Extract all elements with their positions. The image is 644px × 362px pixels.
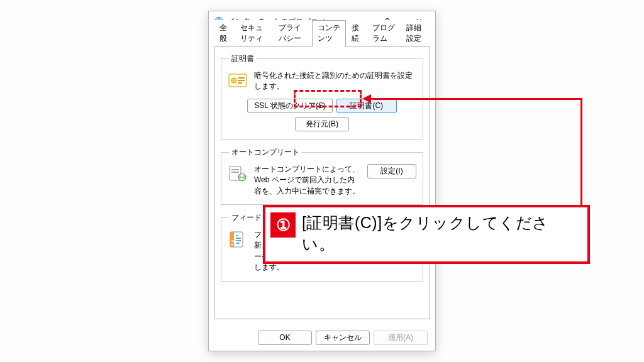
autocomplete-group: オートコンプリート オートコンプリートによって、Web ページで前回入力した内容… xyxy=(221,147,423,205)
dialog-footer: OK キャンセル 適用(A) xyxy=(209,324,435,351)
autocomplete-settings-button[interactable]: 設定(I) xyxy=(367,164,416,178)
tab-content[interactable]: コンテンツ xyxy=(312,20,346,47)
tabstrip: 全般 セキュリティ プライバシー コンテンツ 接続 プログラム 詳細設定 xyxy=(209,31,435,47)
publishers-button[interactable]: 発行元(B) xyxy=(295,117,349,131)
certificates-desc: 暗号化された接続と識別のための証明書を設定します。 xyxy=(254,70,416,92)
arrow-head-icon xyxy=(362,94,371,103)
instruction-text: [証明書(C)]をクリックしてください。 xyxy=(302,212,579,255)
certificate-icon xyxy=(228,70,248,90)
feeds-legend: フィード xyxy=(229,212,264,223)
tab-programs[interactable]: プログラム xyxy=(367,20,401,47)
svg-point-13 xyxy=(231,243,233,245)
arrow-line-horizontal xyxy=(371,98,582,100)
ok-button[interactable]: OK xyxy=(258,331,312,345)
svg-rect-4 xyxy=(238,80,245,81)
internet-properties-dialog: インターネットのプロパティ ? ✕ 全般 セキュリティ プライバシー コンテンツ… xyxy=(208,11,436,351)
autocomplete-legend: オートコンプリート xyxy=(229,147,302,158)
svg-rect-8 xyxy=(231,172,239,173)
tab-privacy[interactable]: プライバシー xyxy=(273,20,312,47)
cancel-button[interactable]: キャンセル xyxy=(316,331,370,345)
tab-connections[interactable]: 接続 xyxy=(346,20,367,47)
svg-rect-5 xyxy=(238,82,242,84)
tab-security[interactable]: セキュリティ xyxy=(235,20,274,47)
tab-advanced[interactable]: 詳細設定 xyxy=(401,20,430,47)
svg-rect-3 xyxy=(238,77,245,79)
apply-button[interactable]: 適用(A) xyxy=(374,331,428,345)
autocomplete-icon xyxy=(228,164,248,184)
tabpanel-content: 証明書 暗号化された接続と識別のための証明書を設定します。 SSL 状態のクリア… xyxy=(214,47,430,319)
tab-general[interactable]: 全般 xyxy=(214,20,235,47)
step-number-badge: ① xyxy=(270,212,296,238)
certificates-legend: 証明書 xyxy=(229,53,257,64)
svg-rect-7 xyxy=(231,169,239,170)
arrow-line-vertical xyxy=(580,98,582,205)
autocomplete-desc: オートコンプリートによって、Web ページで前回入力した内容を、入力中に補完でき… xyxy=(254,164,361,197)
certificates-group: 証明書 暗号化された接続と識別のための証明書を設定します。 SSL 状態のクリア… xyxy=(221,53,423,140)
feeds-icon xyxy=(228,229,248,250)
svg-point-10 xyxy=(241,173,244,177)
svg-point-2 xyxy=(231,78,236,83)
clear-ssl-button[interactable]: SSL 状態のクリア(S) xyxy=(247,99,333,113)
instruction-callout: ① [証明書(C)]をクリックしてください。 xyxy=(263,205,590,264)
